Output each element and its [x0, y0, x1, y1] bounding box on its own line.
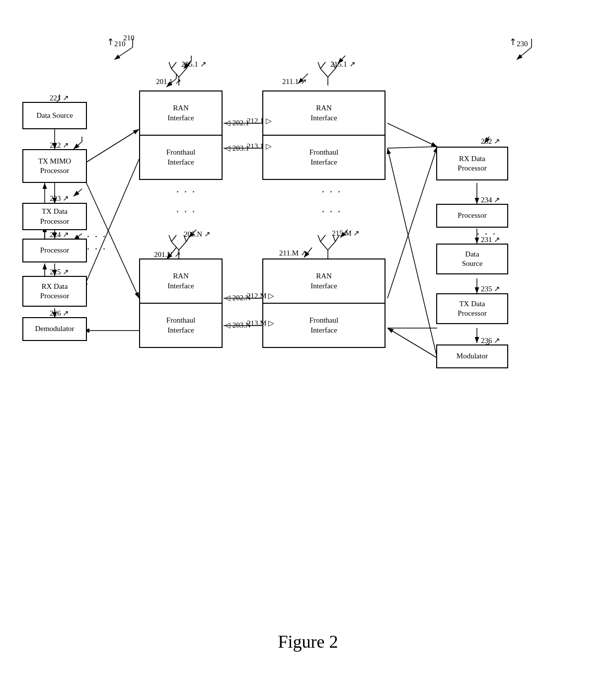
- fronthaul-interface-right-bot-label: FronthaulInterface: [263, 304, 385, 347]
- ref-235: 235 ↗: [481, 284, 500, 293]
- diagram: 210 210 ↙ 230 ↙ Data Source 221 ↗ TX MIM…: [0, 0, 616, 682]
- dots-right-ran2: · · ·: [322, 206, 342, 218]
- modulator-236-block: Modulator: [436, 344, 508, 368]
- ran-iface-bot-block: RANInterface FronthaulInterface: [139, 258, 223, 348]
- ref-236: 236 ↗: [481, 336, 500, 345]
- tx-data-223-label: TX DataProcessor: [40, 207, 69, 226]
- data-source-221-label: Data Source: [36, 111, 73, 121]
- svg-line-29: [179, 69, 186, 77]
- svg-line-58: [328, 242, 335, 250]
- ref-201-N: 201.N ↗: [154, 250, 181, 259]
- ref-211-1: 211.1 ↗: [282, 77, 307, 86]
- svg-line-57: [320, 235, 325, 242]
- rx-data-225-block: RX DataProcessor: [22, 276, 87, 307]
- rx-data-proc-232-label: RX DataProcessor: [458, 154, 486, 173]
- svg-line-33: [171, 242, 179, 250]
- fronthaul-interface-right-top-label: FronthaulInterface: [263, 136, 385, 179]
- svg-line-27: [169, 62, 171, 69]
- svg-line-73: [387, 328, 437, 358]
- dots-connector-left: · · ·: [87, 231, 107, 243]
- ref-211-M: 211.M ↗: [279, 249, 307, 257]
- svg-line-63: [387, 123, 437, 147]
- svg-line-34: [169, 235, 171, 242]
- fronthaul-interface-bot-label: FronthaulInterface: [140, 304, 222, 347]
- ref-213-M: 213.M ▷: [247, 319, 274, 328]
- ref-234: 234 ↗: [481, 195, 500, 204]
- processor-234-block: Processor: [436, 204, 508, 228]
- svg-line-49: [328, 69, 335, 77]
- ref-215-M: 215.M ↗: [332, 229, 360, 238]
- svg-line-19: [83, 129, 139, 164]
- processor-234-label: Processor: [458, 211, 486, 221]
- ref-221: 221 ↗: [50, 93, 69, 102]
- ran-interface-top-label: RANInterface: [140, 91, 222, 136]
- ref-212-M: 212.M ▷: [247, 291, 274, 300]
- dots-right-col: · · ·: [477, 229, 497, 240]
- tx-mimo-222-label: TX MIMOProcessor: [38, 157, 71, 176]
- fronthaul-interface-top-label: FronthaulInterface: [140, 136, 222, 179]
- demodulator-226-label: Demodulator: [35, 324, 74, 334]
- ref-224: 224 ↗: [50, 230, 69, 239]
- ref-225: 225 ↗: [50, 267, 69, 276]
- ran-interface-right-top-label: RANInterface: [263, 91, 385, 136]
- dots-left-ran2: · · ·: [176, 206, 196, 218]
- ref-205-1: 205.1 ↗: [181, 60, 207, 69]
- svg-line-28: [171, 62, 176, 69]
- ran-iface-top-block: RANInterface FronthaulInterface: [139, 90, 223, 180]
- ran-interface-bot-label: RANInterface: [140, 259, 222, 304]
- data-source-221-block: Data Source: [22, 102, 87, 129]
- svg-line-3: [114, 47, 133, 60]
- svg-line-74: [387, 148, 437, 358]
- modulator-236-label: Modulator: [457, 351, 488, 361]
- svg-line-46: [320, 69, 328, 77]
- svg-line-10: [74, 189, 82, 196]
- ref-203-1: ◁ 203.1: [225, 144, 249, 153]
- processor-224-label: Processor: [40, 246, 69, 256]
- ref-202-1: ◁ 202.1: [225, 118, 249, 127]
- rx-data-proc-232-block: RX DataProcessor: [436, 147, 508, 180]
- ref-226: 226 ↗: [50, 309, 69, 318]
- ran-iface-right-bot-block: RANInterface FronthaulInterface: [262, 258, 385, 348]
- svg-line-36: [179, 242, 186, 250]
- ran-interface-right-bot-label: RANInterface: [263, 259, 385, 304]
- ref-201-1: 201.1 ↗: [156, 77, 181, 86]
- ref-232: 232 ↗: [481, 137, 500, 146]
- processor-224-block: Processor: [22, 239, 87, 262]
- tx-mimo-222-block: TX MIMOProcessor: [22, 149, 87, 183]
- data-source-231-label: DataSource: [462, 250, 483, 269]
- svg-line-48: [320, 62, 325, 69]
- ran-iface-right-top-block: RANInterface FronthaulInterface: [262, 90, 385, 180]
- svg-line-26: [171, 69, 179, 77]
- svg-line-5: [517, 47, 532, 60]
- svg-line-9: [74, 142, 82, 149]
- dots-right-ran: · · ·: [322, 186, 342, 198]
- dots-connector-left2: · · ·: [87, 244, 107, 255]
- demodulator-226-block: Demodulator: [22, 317, 87, 341]
- svg-line-55: [320, 242, 328, 250]
- svg-line-20: [83, 159, 139, 288]
- rx-data-225-label: RX DataProcessor: [40, 282, 69, 301]
- svg-line-64: [387, 147, 437, 148]
- ref-212-1: 212.1 ▷: [247, 116, 272, 125]
- ref-223: 223 ↗: [50, 194, 69, 203]
- tx-data-235-label: TX DataProcessor: [458, 299, 486, 319]
- ref-213-1: 213.1 ▷: [247, 142, 272, 151]
- ref-222: 222 ↗: [50, 141, 69, 150]
- svg-line-47: [318, 62, 320, 69]
- svg-line-35: [171, 235, 176, 242]
- svg-line-56: [318, 235, 320, 242]
- data-source-231-block: DataSource: [436, 244, 508, 274]
- ref-215-1: 215.1 ↗: [330, 60, 356, 69]
- svg-line-65: [387, 147, 437, 298]
- tx-data-235-block: TX DataProcessor: [436, 293, 508, 324]
- dots-left-ran: · · ·: [176, 186, 196, 198]
- tx-data-223-block: TX DataProcessor: [22, 203, 87, 230]
- figure-caption: Figure 2: [0, 631, 616, 652]
- ref-205-N: 205.N ↗: [184, 230, 211, 239]
